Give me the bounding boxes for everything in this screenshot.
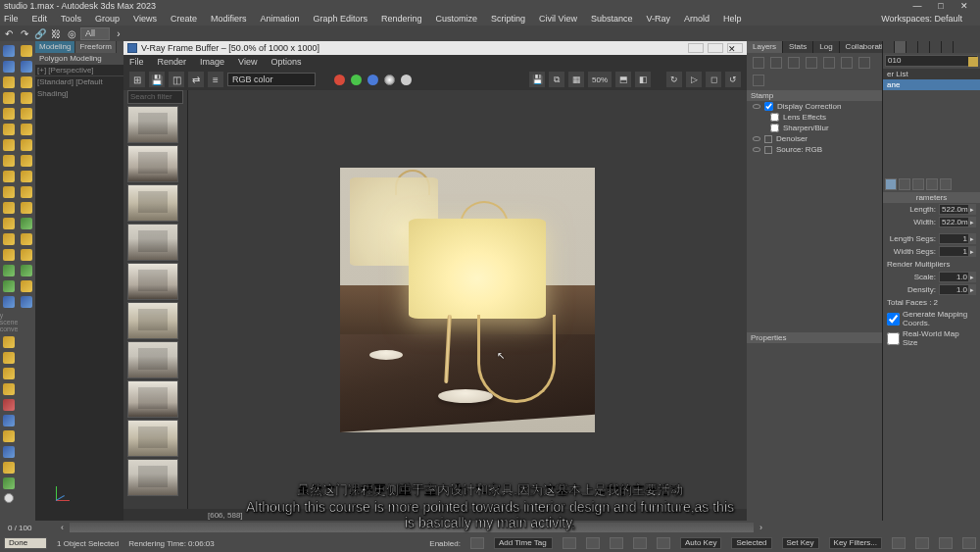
motion-tab-icon[interactable] xyxy=(918,41,930,53)
source-row[interactable]: Source: RGB xyxy=(747,144,882,155)
menu-group[interactable]: Group xyxy=(95,14,120,24)
unique-icon[interactable] xyxy=(912,178,924,190)
new-history-button[interactable]: ⊞ xyxy=(129,72,145,87)
menu-customize[interactable]: Customize xyxy=(436,14,478,24)
vfb-menu-view[interactable]: View xyxy=(238,57,257,67)
mono-channel-icon[interactable] xyxy=(401,75,412,85)
icon2-8[interactable] xyxy=(21,155,32,167)
render-last-button[interactable]: ▷ xyxy=(686,72,702,87)
pin-stack-icon[interactable] xyxy=(885,178,897,190)
nav-pan-icon[interactable] xyxy=(892,537,906,549)
redo-layer-icon[interactable] xyxy=(841,57,853,69)
vfb-menu-file[interactable]: File xyxy=(129,57,144,67)
zoom-readout[interactable]: 50% xyxy=(588,72,612,87)
history-thumbnail[interactable] xyxy=(127,224,178,261)
object-name-field[interactable]: 010 xyxy=(885,55,978,67)
density-spinner[interactable]: 1.0 xyxy=(939,284,976,295)
tab-log[interactable]: Log xyxy=(813,41,839,53)
geometry-icon[interactable] xyxy=(3,45,15,57)
hierarchy-tab-icon[interactable] xyxy=(906,41,918,53)
icon2-17[interactable] xyxy=(21,296,32,308)
icon-c-2[interactable] xyxy=(3,280,15,292)
render-button[interactable]: ↻ xyxy=(666,72,682,87)
menu-scripting[interactable]: Scripting xyxy=(491,14,525,24)
vfb-close-button[interactable]: ✕ xyxy=(727,43,743,53)
icon2-3[interactable] xyxy=(21,76,32,88)
nav-max-icon[interactable] xyxy=(962,537,976,549)
menu-graph[interactable]: Graph Editors xyxy=(313,14,368,24)
tab-layers[interactable]: Layers xyxy=(747,41,783,53)
cameras-icon[interactable] xyxy=(3,92,15,104)
tab-stats[interactable]: Stats xyxy=(783,41,813,53)
configure-icon[interactable] xyxy=(940,178,952,190)
more-toolbar-icon[interactable]: › xyxy=(112,26,125,40)
track-mouse-button[interactable]: ◧ xyxy=(635,72,651,87)
menu-modifiers[interactable]: Modifiers xyxy=(211,14,247,24)
minimize-button[interactable]: — xyxy=(906,1,929,11)
vfb-maximize-button[interactable] xyxy=(708,43,723,53)
compare-button[interactable]: ◫ xyxy=(169,72,184,87)
lens-effects-row[interactable]: Lens Effects xyxy=(747,112,882,123)
goto-start-button[interactable] xyxy=(563,537,576,549)
red-channel-icon[interactable] xyxy=(334,75,345,85)
properties-header[interactable]: Properties xyxy=(747,332,882,343)
width-spinner[interactable]: 522.0m xyxy=(939,217,976,227)
icon2-13[interactable] xyxy=(21,233,32,245)
menu-vray[interactable]: V-Ray xyxy=(646,14,670,24)
icon2-16[interactable] xyxy=(21,280,32,292)
timeline-next-button[interactable]: › xyxy=(760,523,762,532)
icon-d-3[interactable] xyxy=(3,368,15,379)
vfb-menu-options[interactable]: Options xyxy=(270,57,301,67)
next-frame-button[interactable] xyxy=(633,537,647,549)
history-thumbnail[interactable] xyxy=(127,341,178,378)
real-world-checkbox[interactable] xyxy=(887,332,900,345)
parameters-rollout[interactable]: rameters xyxy=(883,192,980,203)
menu-substance[interactable]: Substance xyxy=(591,14,633,24)
icon-b-6[interactable] xyxy=(3,233,15,245)
icon-d-6[interactable] xyxy=(3,415,15,427)
link-pdp-button[interactable]: ⬒ xyxy=(615,72,631,87)
history-thumbnail[interactable] xyxy=(127,263,178,300)
lens-effects-checkbox[interactable] xyxy=(770,113,779,122)
selection-filter[interactable]: All xyxy=(80,27,110,40)
ab-button[interactable]: ⇄ xyxy=(188,72,204,87)
gen-mapping-checkbox[interactable] xyxy=(887,313,900,326)
clear-button[interactable]: ≡ xyxy=(208,72,223,87)
menu-civilview[interactable]: Civil View xyxy=(539,14,577,24)
selected-dropdown[interactable]: Selected xyxy=(731,537,771,549)
play-button[interactable] xyxy=(610,537,623,549)
history-thumbnail[interactable] xyxy=(127,380,178,418)
bind-icon[interactable]: ◎ xyxy=(65,26,78,40)
timeline[interactable]: 0 / 100 ‹ › xyxy=(0,521,980,534)
copy-image-button[interactable]: ⧉ xyxy=(549,72,564,87)
icon2-11[interactable] xyxy=(21,202,32,214)
history-thumbnail[interactable] xyxy=(127,302,178,339)
undo-icon[interactable]: ↶ xyxy=(2,26,16,40)
prev-frame-button[interactable] xyxy=(586,537,600,549)
icon-d-8[interactable] xyxy=(3,446,15,458)
modifier-list-dropdown[interactable]: er List xyxy=(883,69,980,79)
icon-d-9[interactable] xyxy=(3,462,15,474)
modify-tab-icon[interactable] xyxy=(895,41,906,53)
icon-d-5[interactable] xyxy=(3,399,15,411)
alpha-channel-icon[interactable] xyxy=(384,75,395,85)
blue-channel-icon[interactable] xyxy=(368,75,378,85)
menu-help[interactable]: Help xyxy=(723,14,742,24)
link-icon[interactable]: 🔗 xyxy=(33,26,47,40)
add-time-tag-button[interactable]: Add Time Tag xyxy=(494,537,553,549)
display-tab-icon[interactable] xyxy=(930,41,942,53)
object-color-swatch[interactable] xyxy=(968,57,978,67)
shapes-icon[interactable] xyxy=(3,61,15,73)
add-layer-icon[interactable] xyxy=(753,57,764,69)
history-thumbnail[interactable] xyxy=(127,184,178,222)
icon-d-2[interactable] xyxy=(3,352,15,364)
width-segs-spinner[interactable]: 1 xyxy=(939,246,976,257)
length-spinner[interactable]: 522.0m xyxy=(939,204,976,215)
modifier-stack-item[interactable]: ane xyxy=(883,79,980,90)
save-image-button[interactable]: 💾 xyxy=(529,72,545,87)
icon-b-3[interactable] xyxy=(3,186,15,198)
icon-d-1[interactable] xyxy=(3,336,15,348)
eye-icon[interactable] xyxy=(753,147,760,152)
menu-rendering[interactable]: Rendering xyxy=(381,14,422,24)
remove-mod-icon[interactable] xyxy=(926,178,938,190)
